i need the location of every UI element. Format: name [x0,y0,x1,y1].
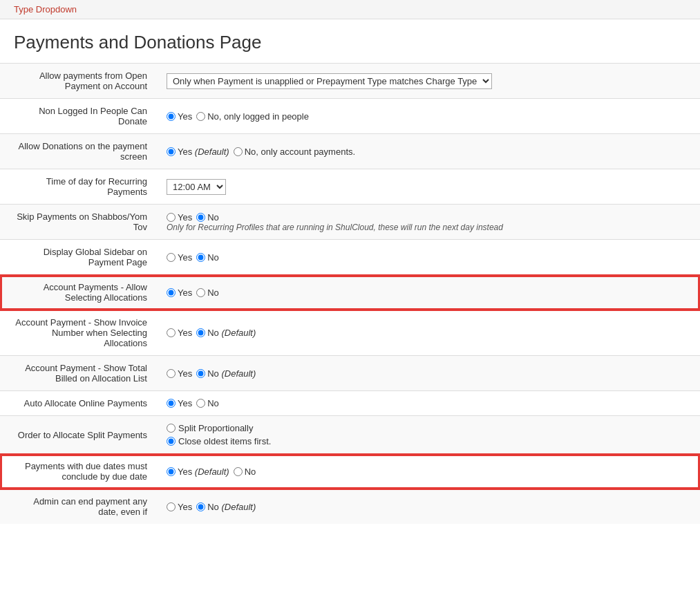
settings-row-display-global-sidebar: Display Global Sidebar on Payment PageYe… [0,240,700,275]
radio-input-account-payment-show-invoice-0[interactable] [167,328,176,337]
radio-label-order-allocate-split-1[interactable]: Close oldest items first. [167,436,689,446]
radio-label-account-payment-show-invoice-0[interactable]: Yes [167,328,192,338]
radio-label-non-logged-in-donate-1[interactable]: No, only logged in people [196,111,309,122]
radio-label-admin-end-payment-0[interactable]: Yes [167,502,192,512]
radio-label-payments-due-dates-1[interactable]: No [234,466,256,477]
radio-input-admin-end-payment-1[interactable] [196,502,205,511]
label-order-allocate-split: Order to Allocate Split Payments [0,416,155,454]
radio-text-non-logged-in-donate-0: Yes [178,111,192,122]
radio-group-account-payments-allow-allocations: Yes No [167,287,689,298]
radio-text-admin-end-payment-0: Yes [178,502,192,512]
radio-label-skip-payments-shabbos-1[interactable]: No [196,212,219,223]
radio-text-auto-allocate-online-0: Yes [178,398,192,408]
radio-input-account-payments-allow-allocations-0[interactable] [167,288,176,297]
radio-text-payments-due-dates-0: Yes (Default) [178,466,229,477]
value-payments-due-dates: Yes (Default) No [155,454,700,489]
radio-label-account-payments-allow-allocations-1[interactable]: No [196,287,219,298]
radio-input-auto-allocate-online-0[interactable] [167,399,176,408]
radio-label-account-payment-show-total-1[interactable]: No (Default) [196,368,256,379]
radio-group-non-logged-in-donate: Yes No, only logged in people [167,111,689,122]
radio-input-skip-payments-shabbos-0[interactable] [167,213,176,222]
top-bar: Type Dropdown [0,0,700,19]
value-skip-payments-shabbos: Yes NoOnly for Recurring Profiles that a… [155,205,700,240]
radio-input-payments-due-dates-1[interactable] [234,467,243,476]
radio-input-skip-payments-shabbos-1[interactable] [196,213,205,222]
value-account-payments-allow-allocations: Yes No [155,275,700,310]
radio-text-payments-due-dates-1: No [245,466,256,477]
radio-text-allow-donations-payment-1: No, only account payments. [245,147,355,157]
radio-label-auto-allocate-online-1[interactable]: No [196,398,219,408]
radio-input-order-allocate-split-0[interactable] [167,424,176,433]
radio-label-display-global-sidebar-0[interactable]: Yes [167,252,192,263]
radio-input-display-global-sidebar-1[interactable] [196,253,205,262]
value-non-logged-in-donate: Yes No, only logged in people [155,99,700,134]
radio-text-allow-donations-payment-0: Yes (Default) [178,147,229,157]
radio-text-auto-allocate-online-1: No [207,398,219,408]
radio-input-auto-allocate-online-1[interactable] [196,399,205,408]
radio-input-non-logged-in-donate-0[interactable] [167,112,176,121]
radio-label-order-allocate-split-0[interactable]: Split Proportionally [167,423,689,433]
value-allow-open-payment: Only when Payment is unapplied or Prepay… [155,64,700,99]
radio-text-account-payment-show-total-1: No (Default) [207,368,256,379]
radio-label-allow-donations-payment-0[interactable]: Yes (Default) [167,147,229,157]
radio-label-allow-donations-payment-1[interactable]: No, only account payments. [234,147,355,157]
page-container: Type Dropdown Payments and Donations Pag… [0,0,700,524]
radio-label-non-logged-in-donate-0[interactable]: Yes [167,111,192,122]
value-auto-allocate-online: Yes No [155,391,700,416]
radio-text-account-payment-show-total-0: Yes [178,368,192,379]
top-bar-text: Type Dropdown [14,4,77,15]
radio-input-display-global-sidebar-0[interactable] [167,253,176,262]
radio-text-account-payment-show-invoice-0: Yes [178,328,192,338]
radio-input-allow-donations-payment-0[interactable] [167,147,176,156]
radio-text-display-global-sidebar-0: Yes [178,252,192,263]
settings-row-account-payments-allow-allocations: Account Payments - Allow Selecting Alloc… [0,275,700,310]
radio-group-allow-donations-payment: Yes (Default) No, only account payments. [167,147,689,157]
label-time-of-day-recurring: Time of day for Recurring Payments [0,169,155,205]
label-payments-due-dates: Payments with due dates must conclude by… [0,454,155,489]
radio-label-admin-end-payment-1[interactable]: No (Default) [196,502,256,512]
radio-group-skip-payments-shabbos: Yes No [167,212,689,223]
value-order-allocate-split: Split ProportionallyClose oldest items f… [155,416,700,454]
select-allow-open-payment[interactable]: Only when Payment is unapplied or Prepay… [167,73,492,89]
radio-text-account-payments-allow-allocations-1: No [207,287,219,298]
radio-label-display-global-sidebar-1[interactable]: No [196,252,219,263]
radio-input-account-payment-show-total-0[interactable] [167,369,176,378]
radio-input-account-payment-show-invoice-1[interactable] [196,328,205,337]
value-admin-end-payment: Yes No (Default) [155,489,700,525]
radio-text-skip-payments-shabbos-1: No [207,212,219,223]
radio-label-skip-payments-shabbos-0[interactable]: Yes [167,212,192,223]
radio-label-account-payments-allow-allocations-0[interactable]: Yes [167,287,192,298]
value-account-payment-show-total: Yes No (Default) [155,356,700,391]
label-display-global-sidebar: Display Global Sidebar on Payment Page [0,240,155,275]
radio-input-account-payments-allow-allocations-1[interactable] [196,288,205,297]
settings-row-admin-end-payment: Admin can end payment any date, even ifY… [0,489,700,525]
radio-label-auto-allocate-online-0[interactable]: Yes [167,398,192,408]
radio-input-non-logged-in-donate-1[interactable] [196,112,205,121]
radio-input-allow-donations-payment-1[interactable] [234,147,243,156]
radio-input-order-allocate-split-1[interactable] [167,437,176,446]
label-account-payments-allow-allocations: Account Payments - Allow Selecting Alloc… [0,275,155,310]
settings-row-allow-open-payment: Allow payments from Open Payment on Acco… [0,64,700,99]
radio-input-payments-due-dates-0[interactable] [167,467,176,476]
settings-row-payments-due-dates: Payments with due dates must conclude by… [0,454,700,489]
settings-row-order-allocate-split: Order to Allocate Split PaymentsSplit Pr… [0,416,700,454]
radio-input-admin-end-payment-0[interactable] [167,502,176,511]
radio-label-account-payment-show-total-0[interactable]: Yes [167,368,192,379]
radio-label-account-payment-show-invoice-1[interactable]: No (Default) [196,328,256,338]
radio-input-account-payment-show-total-1[interactable] [196,369,205,378]
radio-group-admin-end-payment: Yes No (Default) [167,502,689,512]
radio-text-non-logged-in-donate-1: No, only logged in people [207,111,309,122]
radio-text-display-global-sidebar-1: No [207,252,219,263]
settings-row-account-payment-show-invoice: Account Payment - Show Invoice Number wh… [0,310,700,356]
label-auto-allocate-online: Auto Allocate Online Payments [0,391,155,416]
settings-row-auto-allocate-online: Auto Allocate Online PaymentsYes No [0,391,700,416]
label-allow-donations-payment: Allow Donations on the payment screen [0,134,155,169]
radio-label-payments-due-dates-0[interactable]: Yes (Default) [167,466,229,477]
radio-group-payments-due-dates: Yes (Default) No [167,466,689,477]
select-time-of-day-recurring[interactable]: 12:00 AM1:00 AM2:00 AM3:00 AM [167,179,226,195]
settings-container: Allow payments from Open Payment on Acco… [0,63,700,524]
radio-group-auto-allocate-online: Yes No [167,398,689,408]
settings-row-account-payment-show-total: Account Payment - Show Total Billed on A… [0,356,700,391]
label-admin-end-payment: Admin can end payment any date, even if [0,489,155,525]
radio-text-skip-payments-shabbos-0: Yes [178,212,192,223]
